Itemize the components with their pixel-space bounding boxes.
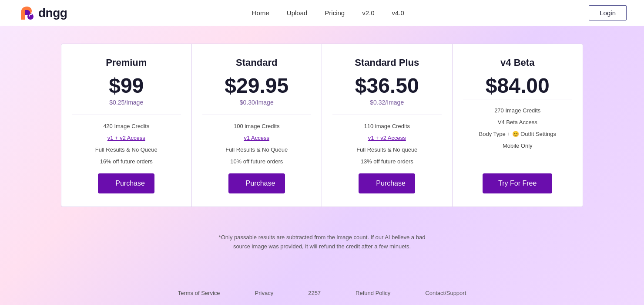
plan-standard-access[interactable]: v1 Access [244, 135, 269, 141]
plan-v4-beta: v4 Beta $84.00 270 Image Credits V4 Beta… [453, 44, 583, 207]
plan-standard-credits: 100 image Credits [234, 123, 280, 129]
logo-icon [17, 3, 37, 23]
plan-standard-plus-name: Standard Plus [355, 57, 419, 68]
plan-premium-features: 420 Image Credits v1 + v2 Access Full Re… [72, 123, 181, 165]
plan-standard-plus-results: Full Results & No queue [356, 146, 417, 153]
plan-premium: Premium $99 $0.25/Image 420 Image Credit… [61, 44, 192, 207]
plan-standard-purchase-button[interactable]: Purchase [228, 173, 285, 193]
plan-standard-plus-price: $36.50 [355, 75, 419, 96]
plan-premium-access[interactable]: v1 + v2 Access [107, 135, 145, 141]
main-content: Premium $99 $0.25/Image 420 Image Credit… [0, 26, 644, 278]
footer: Terms of Service Privacy 2257 Refund Pol… [0, 281, 644, 305]
pricing-grid: Premium $99 $0.25/Image 420 Image Credit… [61, 44, 583, 207]
plan-standard-per-image: $0.30/Image [240, 99, 274, 106]
plan-standard-results: Full Results & No Queue [225, 146, 288, 153]
plan-v4-name: v4 Beta [500, 57, 534, 68]
plan-v4-divider [463, 99, 573, 99]
plan-standard-discount: 10% off future orders [230, 158, 283, 165]
logo-text: dngg [38, 6, 67, 20]
plan-standard-plus-features: 110 image Credits v1 + v2 Access Full Re… [332, 123, 442, 165]
plan-premium-discount: 16% off future orders [100, 158, 153, 165]
plan-v4-extra3: Mobile Only [503, 142, 533, 149]
plan-standard: Standard $29.95 $0.30/Image 100 image Cr… [192, 44, 322, 207]
logo: dngg [17, 3, 67, 23]
plan-v4-extra2: Body Type + 😊 Outfit Settings [479, 131, 556, 137]
plan-v4-extra1: V4 Beta Access [498, 119, 537, 125]
plan-standard-plus-credits: 110 image Credits [364, 123, 410, 129]
login-button[interactable]: Login [589, 5, 627, 20]
nav-v4[interactable]: v4.0 [392, 9, 404, 17]
plan-standard-price: $29.95 [225, 75, 288, 96]
plan-premium-name: Premium [106, 57, 147, 68]
nav-home[interactable]: Home [252, 9, 269, 17]
plan-standard-plus: Standard Plus $36.50 $0.32/Image 110 ima… [322, 44, 453, 207]
plan-v4-price: $84.00 [486, 75, 550, 96]
footer-privacy[interactable]: Privacy [255, 290, 274, 296]
plan-standard-divider [202, 115, 312, 115]
plan-premium-purchase-button[interactable]: Purchase [98, 173, 154, 193]
footer-refund[interactable]: Refund Policy [356, 290, 390, 296]
plan-premium-price: $99 [109, 75, 144, 96]
plan-standard-plus-divider [332, 115, 442, 115]
plan-standard-plus-per-image: $0.32/Image [370, 99, 404, 106]
plan-premium-credits: 420 Image Credits [103, 123, 149, 129]
footer-terms[interactable]: Terms of Service [178, 290, 220, 296]
plan-premium-divider [72, 115, 181, 115]
footer-contact[interactable]: Contact/Support [425, 290, 466, 296]
plan-v4-features: 270 Image Credits V4 Beta Access Body Ty… [463, 107, 573, 165]
plan-standard-plus-purchase-button[interactable]: Purchase [359, 173, 415, 193]
plan-premium-per-image: $0.25/Image [109, 99, 143, 106]
plan-standard-features: 100 image Credits v1 Access Full Results… [202, 123, 312, 165]
navbar: dngg Home Upload Pricing v2.0 v4.0 Login [0, 0, 644, 26]
disclaimer: *Only passable results are subtracted fr… [213, 224, 431, 251]
plan-v4-try-free-button[interactable]: Try For Free [483, 173, 552, 193]
plan-standard-name: Standard [236, 57, 277, 68]
nav-pricing[interactable]: Pricing [325, 9, 345, 17]
plan-v4-credits: 270 Image Credits [494, 107, 540, 114]
plan-standard-plus-access[interactable]: v1 + v2 Access [368, 135, 406, 141]
plan-standard-plus-discount: 13% off future orders [361, 158, 413, 165]
nav-upload[interactable]: Upload [287, 9, 308, 17]
nav-links: Home Upload Pricing v2.0 v4.0 [252, 9, 404, 17]
nav-v2[interactable]: v2.0 [362, 9, 374, 17]
footer-2257[interactable]: 2257 [308, 290, 321, 296]
plan-premium-results: Full Results & No Queue [95, 146, 158, 153]
